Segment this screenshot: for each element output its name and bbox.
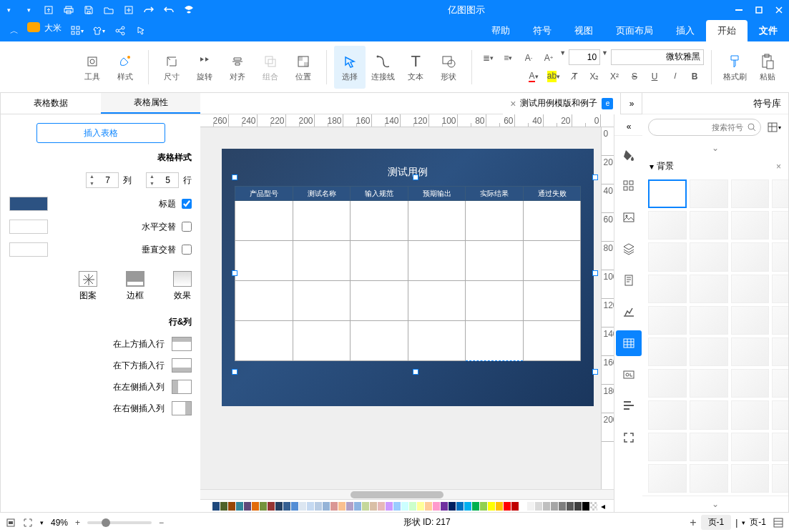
color-swatch[interactable] [441, 502, 448, 511]
color-swatch[interactable] [527, 502, 534, 511]
color-swatch[interactable] [496, 502, 503, 511]
chart-tool[interactable] [616, 299, 642, 325]
color-swatch[interactable] [543, 502, 550, 511]
color-swatch[interactable] [378, 502, 385, 511]
bg-thumb[interactable] [772, 464, 788, 493]
min-btn[interactable] [729, 0, 749, 20]
bg-thumb[interactable] [772, 400, 788, 429]
layers-tool[interactable] [616, 236, 642, 262]
zoom-in-icon[interactable]: + [75, 518, 80, 528]
h-scrollbar[interactable] [200, 489, 614, 499]
th[interactable]: 输入规范 [351, 187, 408, 201]
size-button[interactable]: 尺寸 [156, 46, 187, 89]
bg-thumb[interactable] [731, 433, 770, 461]
bg-thumb[interactable] [731, 242, 770, 271]
halt-color[interactable] [9, 220, 48, 234]
tab-table-data[interactable]: 表格数据 [1, 93, 101, 114]
th[interactable]: 通过失败 [523, 187, 581, 201]
resize-handle[interactable] [232, 174, 237, 180]
color-swatch[interactable] [559, 502, 566, 511]
text-button[interactable]: T文本 [400, 46, 431, 89]
color-swatch[interactable] [220, 502, 227, 511]
color-swatch[interactable] [323, 502, 330, 511]
bg-thumb[interactable] [772, 306, 788, 335]
data-table[interactable]: 产品型号 测试名称 输入规范 预期输出 实际结果 通过失败 [235, 186, 581, 361]
color-swatch[interactable] [228, 502, 235, 511]
close-btn[interactable] [769, 0, 789, 20]
header-checkbox[interactable] [182, 199, 192, 209]
new-icon[interactable] [120, 1, 137, 19]
no-color-swatch[interactable] [590, 502, 597, 511]
left-collapse[interactable]: » [621, 93, 642, 114]
resize-handle[interactable] [592, 369, 598, 375]
color-swatch[interactable] [330, 502, 338, 511]
shape-button[interactable]: 形状 [433, 46, 464, 89]
color-swatch[interactable] [283, 502, 290, 511]
bg-thumb[interactable] [690, 306, 728, 335]
add-page-icon[interactable]: + [690, 516, 696, 529]
color-swatch[interactable] [354, 502, 361, 511]
resize-handle[interactable] [413, 174, 418, 180]
insert-table-button[interactable]: 插入表格 [36, 123, 165, 143]
save-icon[interactable] [80, 1, 97, 19]
symbol-search[interactable] [648, 119, 761, 136]
halt-checkbox[interactable] [182, 222, 192, 232]
clipart-tool[interactable] [616, 362, 642, 388]
tools-button[interactable]: 工具 [77, 46, 108, 89]
bg-thumb[interactable] [648, 275, 687, 303]
bg-thumb[interactable] [690, 433, 728, 461]
page-tab[interactable]: 页-1 [701, 515, 732, 530]
zoom-out-icon[interactable]: − [159, 518, 164, 528]
redo-icon[interactable] [140, 1, 157, 19]
page-tool[interactable] [616, 267, 642, 293]
color-swatch[interactable] [260, 502, 267, 511]
combine-button[interactable]: 组合 [255, 46, 286, 89]
highlight-icon[interactable]: ab▾ [545, 68, 564, 85]
close-tab-icon[interactable]: × [510, 98, 516, 109]
bg-thumb[interactable] [772, 338, 788, 366]
color-swatch[interactable] [346, 502, 353, 511]
collapse-up-icon[interactable]: ︿ [6, 22, 23, 39]
menu-symbol[interactable]: 符号 [521, 20, 563, 41]
print-icon[interactable] [60, 1, 77, 19]
color-swatch[interactable] [275, 502, 283, 511]
color-swatch[interactable] [212, 502, 220, 511]
italic-icon[interactable]: Ｉ [665, 68, 684, 85]
line-spacing-icon[interactable]: ≡▾ [499, 49, 518, 66]
bg-thumb[interactable] [772, 242, 788, 271]
th[interactable]: 实际结果 [466, 187, 524, 201]
color-swatch[interactable] [567, 502, 574, 511]
menu-insert[interactable]: 插入 [665, 20, 706, 41]
color-swatch[interactable] [582, 502, 589, 511]
menu-layout[interactable]: 页面布局 [604, 20, 665, 41]
dropdown1-icon[interactable]: ▾ [20, 1, 37, 19]
bg-thumb[interactable] [648, 464, 687, 493]
bg-thumb[interactable] [731, 400, 770, 429]
format-painter-button[interactable]: 格式刷 [719, 46, 750, 89]
bullet-icon[interactable]: ≣▾ [479, 49, 498, 66]
color-swatch[interactable] [236, 502, 243, 511]
color-swatch[interactable] [362, 502, 369, 511]
th[interactable]: 测试名称 [293, 187, 351, 201]
color-swatch[interactable] [472, 502, 479, 511]
superscript-icon[interactable]: X² [605, 68, 624, 85]
style-button[interactable]: 样式 [109, 46, 141, 89]
bg-section[interactable]: ▾背景× [642, 156, 788, 177]
color-swatch[interactable] [307, 502, 314, 511]
insert-row-above[interactable]: 在上方插入行 [9, 337, 192, 351]
color-swatch[interactable] [299, 502, 306, 511]
open-icon[interactable] [100, 1, 117, 19]
bg-thumb[interactable] [731, 306, 770, 335]
menu-view[interactable]: 视图 [563, 20, 604, 41]
paste-button[interactable]: 粘贴 [752, 46, 783, 89]
share-icon[interactable] [112, 22, 129, 39]
bg-thumb[interactable] [690, 179, 728, 208]
clear-format-icon[interactable]: T̸ [565, 68, 584, 85]
resize-handle[interactable] [232, 270, 237, 276]
bold-icon[interactable]: B [685, 68, 704, 85]
pattern-option[interactable]: 图案 [79, 271, 97, 302]
color-swatch[interactable] [244, 502, 251, 511]
bg-thumb[interactable] [648, 433, 687, 461]
color-swatch[interactable] [291, 502, 298, 511]
color-swatch[interactable] [393, 502, 401, 511]
